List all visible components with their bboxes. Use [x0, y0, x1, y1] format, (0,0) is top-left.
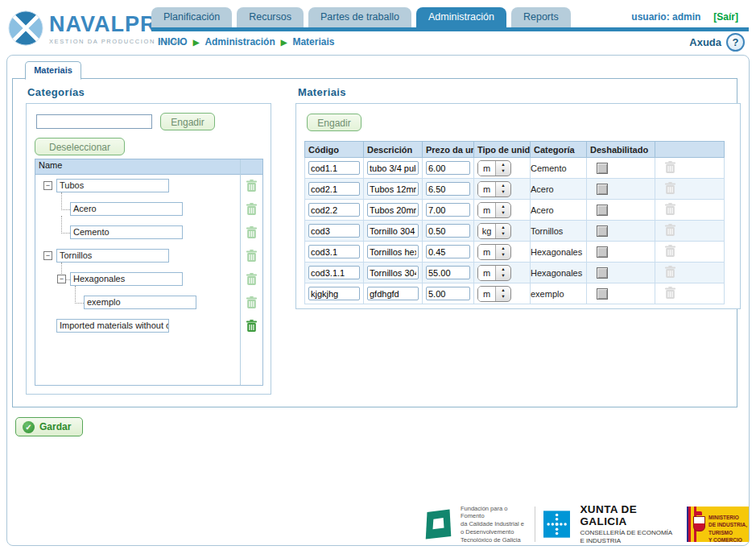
spinner-arrows-icon[interactable]: ▲▼ [496, 224, 510, 238]
trash-icon[interactable] [663, 265, 677, 279]
trash-icon[interactable] [245, 179, 258, 192]
codigo-input[interactable] [308, 182, 360, 196]
prezo-input[interactable] [426, 203, 470, 217]
spinner-arrows-icon[interactable]: ▲▼ [496, 182, 510, 196]
spinner-up-icon[interactable]: ▲ [501, 225, 505, 230]
delete-category[interactable] [245, 249, 258, 265]
nav-tab-planificacion[interactable]: Planificación [151, 7, 232, 27]
nav-tab-reports[interactable]: Reports [511, 7, 571, 27]
new-category-input[interactable] [36, 114, 152, 129]
delete-category[interactable] [245, 202, 258, 218]
add-category-button[interactable]: Engadir [160, 113, 215, 130]
delete-material[interactable] [663, 250, 677, 259]
unit-spinner[interactable]: kg▲▼ [477, 223, 511, 239]
unit-spinner[interactable]: m▲▼ [477, 244, 511, 260]
collapse-node-icon[interactable]: − [57, 275, 66, 283]
disabled-checkbox[interactable] [597, 225, 608, 237]
spinner-up-icon[interactable]: ▲ [501, 246, 505, 251]
logout-link[interactable]: [Saír] [713, 11, 738, 23]
spinner-down-icon[interactable]: ▼ [501, 273, 505, 279]
spinner-up-icon[interactable]: ▲ [501, 204, 505, 209]
codigo-input[interactable] [308, 266, 360, 279]
delete-material[interactable] [663, 166, 677, 176]
unit-spinner[interactable]: m▲▼ [477, 286, 511, 302]
trash-icon[interactable] [245, 225, 258, 239]
spinner-up-icon[interactable]: ▲ [501, 287, 505, 293]
category-node[interactable]: Tubos [56, 179, 169, 192]
category-node[interactable]: Imported materials without ca [56, 319, 169, 333]
spinner-up-icon[interactable]: ▲ [501, 162, 505, 167]
category-node[interactable]: Acero [70, 202, 183, 216]
trash-icon[interactable] [663, 244, 677, 258]
delete-material[interactable] [663, 229, 677, 238]
prezo-input[interactable] [426, 287, 470, 300]
trash-icon[interactable] [245, 272, 258, 286]
descricion-input[interactable] [367, 266, 419, 279]
disabled-checkbox[interactable] [597, 267, 608, 279]
breadcrumb-item-materiais[interactable]: Materiais [292, 36, 334, 48]
delete-material[interactable] [663, 208, 677, 217]
spinner-up-icon[interactable]: ▲ [501, 267, 505, 272]
spinner-down-icon[interactable]: ▼ [501, 210, 505, 216]
unit-spinner[interactable]: m▲▼ [477, 160, 511, 176]
trash-icon[interactable] [663, 202, 677, 216]
codigo-input[interactable] [308, 245, 360, 258]
descricion-input[interactable] [367, 245, 419, 258]
descricion-input[interactable] [367, 203, 419, 217]
breadcrumb-item-inicio[interactable]: INICIO [158, 36, 188, 48]
descricion-input[interactable] [367, 224, 419, 238]
trash-icon[interactable] [245, 296, 258, 309]
disabled-checkbox[interactable] [597, 246, 608, 258]
category-node[interactable]: Tornillos [56, 249, 169, 263]
spinner-arrows-icon[interactable]: ▲▼ [496, 245, 510, 259]
descricion-input[interactable] [367, 182, 419, 196]
category-node[interactable]: Cemento [70, 225, 183, 239]
trash-icon[interactable] [663, 181, 677, 195]
delete-category[interactable] [245, 179, 258, 195]
spinner-down-icon[interactable]: ▼ [501, 294, 505, 300]
disabled-checkbox[interactable] [597, 163, 608, 174]
category-node[interactable]: Hexagonales [70, 272, 183, 286]
trash-icon[interactable] [663, 223, 677, 237]
spinner-arrows-icon[interactable]: ▲▼ [496, 161, 510, 176]
help-question-icon[interactable]: ? [726, 33, 745, 52]
spinner-up-icon[interactable]: ▲ [501, 183, 505, 188]
spinner-arrows-icon[interactable]: ▲▼ [496, 266, 510, 280]
prezo-input[interactable] [426, 224, 470, 238]
unit-spinner[interactable]: m▲▼ [477, 202, 511, 218]
prezo-input[interactable] [426, 161, 470, 175]
descricion-input[interactable] [367, 287, 419, 300]
trash-icon[interactable] [245, 249, 258, 263]
codigo-input[interactable] [308, 161, 360, 175]
category-node[interactable]: exemplo [84, 296, 196, 309]
disabled-checkbox[interactable] [597, 288, 608, 300]
delete-material[interactable] [663, 292, 677, 301]
delete-category[interactable] [245, 225, 258, 242]
delete-material[interactable] [663, 187, 677, 196]
nav-tab-recursos[interactable]: Recursos [237, 7, 304, 27]
descricion-input[interactable] [367, 161, 419, 175]
disabled-checkbox[interactable] [597, 184, 608, 195]
collapse-node-icon[interactable]: − [43, 251, 52, 260]
delete-category[interactable] [245, 272, 258, 288]
codigo-input[interactable] [308, 203, 360, 217]
collapse-node-icon[interactable]: − [43, 181, 52, 190]
disabled-checkbox[interactable] [597, 205, 608, 216]
spinner-down-icon[interactable]: ▼ [501, 168, 505, 174]
unit-spinner[interactable]: m▲▼ [477, 181, 511, 197]
delete-material[interactable] [663, 271, 677, 280]
trash-icon[interactable] [245, 319, 258, 333]
spinner-arrows-icon[interactable]: ▲▼ [496, 203, 510, 217]
spinner-arrows-icon[interactable]: ▲▼ [496, 287, 510, 301]
spinner-down-icon[interactable]: ▼ [501, 189, 505, 195]
unit-spinner[interactable]: m▲▼ [477, 265, 511, 281]
nav-tab-partes-de-traballo[interactable]: Partes de traballo [308, 7, 411, 27]
trash-icon[interactable] [663, 160, 677, 174]
prezo-input[interactable] [426, 245, 470, 258]
spinner-down-icon[interactable]: ▼ [501, 231, 505, 237]
save-button[interactable]: ✓ Gardar [15, 417, 83, 436]
trash-icon[interactable] [245, 202, 258, 216]
nav-tab-administracion[interactable]: Administración [416, 7, 506, 27]
delete-category[interactable] [245, 319, 258, 335]
codigo-input[interactable] [308, 287, 360, 300]
